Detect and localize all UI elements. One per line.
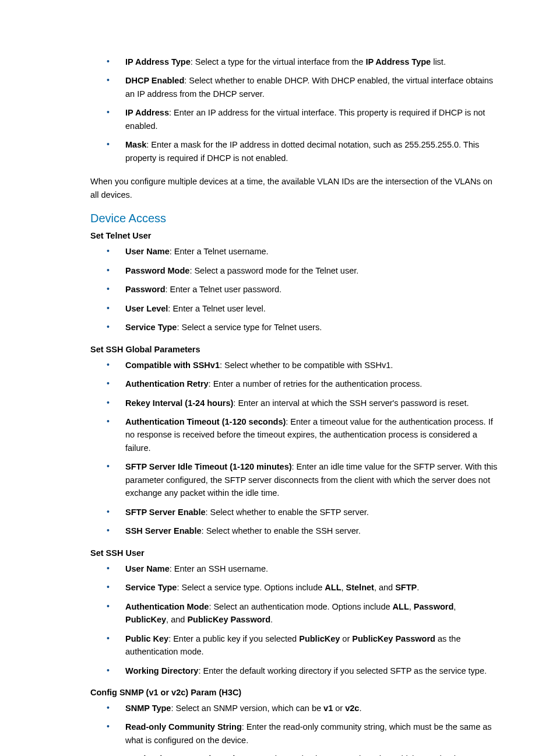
- list-item: SSH Server Enable: Select whether to ena…: [90, 524, 498, 537]
- term: Public Key: [125, 634, 168, 643]
- text: : Select an authentication mode. Options…: [209, 602, 392, 611]
- config-snmp-heading: Config SNMP (v1 or v2c) Param (H3C): [90, 688, 498, 697]
- text: : Enter a Telnet user password.: [166, 285, 282, 294]
- text: ,: [453, 602, 456, 611]
- text: or: [333, 704, 345, 713]
- text: : Select whether to be compatible with S…: [220, 360, 393, 370]
- term: SFTP Server Enable: [125, 508, 206, 517]
- opt: v2c: [345, 704, 359, 713]
- list-item: User Name: Enter an SSH username.: [90, 562, 498, 575]
- text: : Select a type for the virtual interfac…: [191, 57, 366, 66]
- opt: ALL: [393, 602, 409, 611]
- list-item: IP Address Type: Select a type for the v…: [90, 55, 498, 68]
- text: , and: [166, 615, 187, 624]
- term: Rekey Interval (1-24 hours): [125, 398, 233, 408]
- opt: PublicKey Password: [352, 634, 435, 643]
- term: User Level: [125, 304, 168, 313]
- text: : Enter a Telnet user level.: [168, 304, 265, 313]
- term: User Name: [125, 247, 170, 256]
- opt: PublicKey Password: [187, 615, 270, 624]
- text: : Select an SNMP version, which can be: [171, 704, 323, 713]
- list-item: Public Key: Enter a public key if you se…: [90, 632, 498, 659]
- term: SFTP Server Idle Timeout (1-120 minutes): [125, 462, 292, 471]
- text: ,: [409, 602, 414, 611]
- term: IP Address Type: [365, 57, 431, 66]
- text: : Select whether to enable the SSH serve…: [202, 526, 361, 536]
- opt: Password: [414, 602, 454, 611]
- list-item: Compatible with SSHv1: Select whether to…: [90, 359, 498, 372]
- snmp-list: SNMP Type: Select an SNMP version, which…: [90, 702, 498, 756]
- list-item: SFTP Server Idle Timeout (1-120 minutes)…: [90, 460, 498, 499]
- list-item: Password: Enter a Telnet user password.: [90, 283, 498, 296]
- term: DHCP Enabled: [125, 76, 184, 85]
- text: : Enter an SSH username.: [170, 564, 268, 573]
- list-item: User Name: Enter a Telnet username.: [90, 245, 498, 258]
- text: : Enter the default working directory if…: [198, 666, 487, 676]
- text: : Enter a number of retries for the auth…: [209, 379, 423, 388]
- list-item: Service Type: Select a service type. Opt…: [90, 581, 498, 594]
- text: : Select a service type for Telnet users…: [177, 323, 322, 332]
- text: or: [340, 634, 352, 643]
- opt: PublicKey: [299, 634, 340, 643]
- term: Password Mode: [125, 266, 189, 275]
- opt: SFTP: [395, 583, 417, 592]
- text: : Enter a Telnet username.: [170, 247, 269, 256]
- text: : Select whether to enable the SFTP serv…: [206, 508, 369, 517]
- term: Service Type: [125, 323, 177, 332]
- ssh-user-list: User Name: Enter an SSH username. Servic…: [90, 562, 498, 677]
- list-item: Mask: Enter a mask for the IP address in…: [90, 138, 498, 164]
- list-item: IP Address: Enter an IP address for the …: [90, 106, 498, 132]
- list-item: Authentication Mode: Select an authentic…: [90, 600, 498, 626]
- list-item: Authentication Timeout (1-120 seconds): …: [90, 415, 498, 454]
- term: Read-only Community String: [125, 722, 242, 732]
- text: list.: [431, 57, 446, 66]
- term: Compatible with SSHv1: [125, 360, 220, 370]
- list-item: Read-only Community String: Enter the re…: [90, 720, 498, 747]
- list-item: Working Directory: Enter the default wor…: [90, 664, 498, 677]
- text: .: [417, 583, 419, 592]
- list-item: Password Mode: Select a password mode fo…: [90, 264, 498, 277]
- text: .: [270, 615, 273, 624]
- ip-settings-list: IP Address Type: Select a type for the v…: [90, 55, 498, 164]
- term: Working Directory: [125, 666, 198, 676]
- term: User Name: [125, 564, 170, 573]
- text: : Enter an IP address for the virtual in…: [125, 108, 485, 130]
- text: : Enter a mask for the IP address in dot…: [125, 140, 479, 162]
- list-item: Service Type: Select a service type for …: [90, 321, 498, 334]
- term: SNMP Type: [125, 704, 171, 713]
- list-item: SNMP Type: Select an SNMP version, which…: [90, 702, 498, 715]
- telnet-list: User Name: Enter a Telnet username. Pass…: [90, 245, 498, 334]
- text: , and: [374, 583, 395, 592]
- opt: PublicKey: [125, 615, 166, 624]
- list-item: User Level: Enter a Telnet user level.: [90, 302, 498, 315]
- ssh-global-list: Compatible with SSHv1: Select whether to…: [90, 359, 498, 538]
- list-item: SFTP Server Enable: Select whether to en…: [90, 506, 498, 519]
- term: Password: [125, 285, 166, 294]
- text: : Select a password mode for the Telnet …: [189, 266, 358, 275]
- list-item: DHCP Enabled: Select whether to enable D…: [90, 74, 498, 100]
- device-access-heading: Device Access: [90, 212, 498, 225]
- opt: Stelnet: [346, 583, 374, 592]
- list-item: Read-Write Community String: Enter the r…: [90, 752, 498, 756]
- text: ,: [341, 583, 346, 592]
- list-item: Authentication Retry: Enter a number of …: [90, 377, 498, 390]
- opt: ALL: [325, 583, 341, 592]
- term: IP Address Type: [125, 57, 191, 66]
- term: Authentication Timeout (1-120 seconds): [125, 417, 286, 426]
- vlan-note: When you configure multiple devices at a…: [90, 175, 498, 201]
- term: IP Address: [125, 108, 169, 117]
- set-ssh-global-heading: Set SSH Global Parameters: [90, 345, 498, 354]
- term: Mask: [125, 140, 146, 149]
- term: Authentication Retry: [125, 379, 209, 388]
- text: .: [359, 704, 361, 713]
- term: Service Type: [125, 583, 177, 592]
- text: : Select a service type. Options include: [177, 583, 325, 592]
- set-ssh-user-heading: Set SSH User: [90, 548, 498, 558]
- text: : Enter an interval at which the SSH ser…: [233, 398, 469, 408]
- term: Authentication Mode: [125, 602, 209, 611]
- opt: v1: [323, 704, 333, 713]
- set-telnet-user-heading: Set Telnet User: [90, 231, 498, 240]
- list-item: Rekey Interval (1-24 hours): Enter an in…: [90, 397, 498, 410]
- term: SSH Server Enable: [125, 526, 202, 536]
- text: : Enter a public key if you selected: [168, 634, 299, 643]
